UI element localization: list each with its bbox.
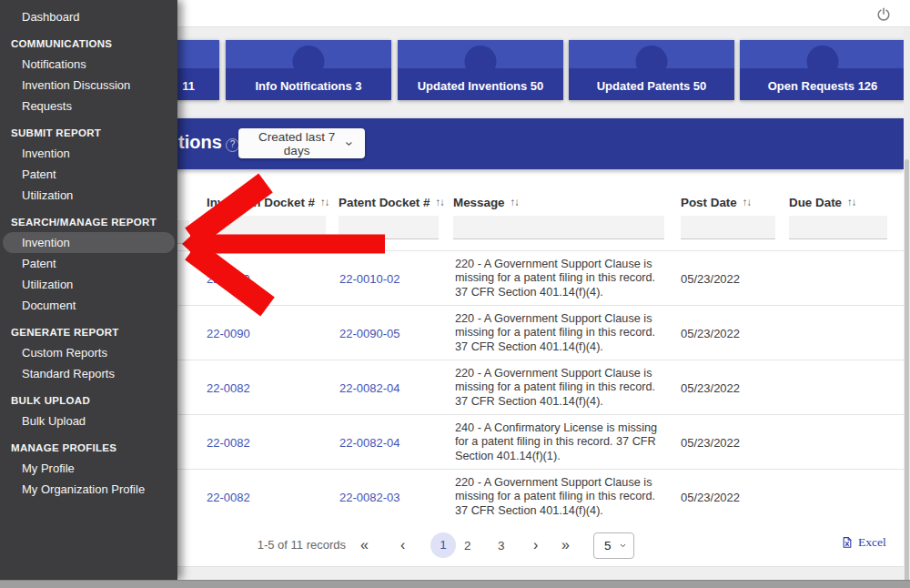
vertical-scrollbar xyxy=(904,27,910,580)
app-root: 11 Info Notifications 3 Updated Inventio… xyxy=(0,0,910,588)
invention-docket-link[interactable]: 22-0090 xyxy=(207,326,250,340)
page-number-button[interactable]: 3 xyxy=(498,538,505,552)
last-page-button[interactable]: » xyxy=(561,537,570,553)
date-range-value: Created last 7 days xyxy=(249,130,344,157)
sidebar-item[interactable]: Invention xyxy=(3,232,175,253)
sidebar-nav: Dashboard COMMUNICATIONS Notifications I… xyxy=(0,0,177,580)
message-text: 220 - A Government Support Clause is mis… xyxy=(455,366,671,409)
column-label: Message xyxy=(453,196,505,209)
date-range-dropdown[interactable]: Created last 7 days xyxy=(238,128,365,158)
table-column: Post Date ↑↓ xyxy=(681,193,775,239)
column-header[interactable]: Post Date ↑↓ xyxy=(681,193,775,211)
page-bottom-strip xyxy=(0,580,910,588)
column-header[interactable]: Due Date ↑↓ xyxy=(789,193,887,211)
sort-icon[interactable]: ↑↓ xyxy=(743,197,752,208)
patent-docket-link[interactable]: 22-0082-04 xyxy=(339,435,400,449)
card-label: Updated Inventions 50 xyxy=(398,79,563,93)
sidebar-item-label: Custom Reports xyxy=(22,346,107,360)
sidebar-item[interactable]: Patent xyxy=(0,164,177,185)
sidebar-item: SEARCH/MANAGE REPORT xyxy=(0,211,177,232)
sidebar-item-label: Invention xyxy=(22,147,70,160)
scrollbar-thumb[interactable] xyxy=(905,159,909,588)
column-filter-input[interactable] xyxy=(681,216,775,239)
summary-card[interactable]: Open Requests 126 xyxy=(740,40,905,100)
card-label: Open Requests 126 xyxy=(740,79,905,93)
card-icon-badge xyxy=(465,46,497,77)
sidebar-item[interactable]: My Profile xyxy=(0,458,177,479)
sidebar-item-label: Requests xyxy=(22,99,72,113)
card-label: Info Notifications 3 xyxy=(226,79,391,93)
sidebar-item[interactable]: My Organization Profile xyxy=(0,479,177,500)
page-size-value: 5 xyxy=(604,539,612,553)
sidebar-item: GENERATE REPORT xyxy=(0,321,177,342)
invention-docket-link[interactable]: 22-0082 xyxy=(207,380,250,394)
sidebar-item-label: Dashboard xyxy=(22,10,80,24)
sidebar-item-label: Bulk Upload xyxy=(22,414,86,428)
table-column: Message ↑↓ xyxy=(453,193,664,239)
invention-docket-link[interactable]: 22-0082 xyxy=(207,435,250,449)
patent-docket-link[interactable]: 22-0082-04 xyxy=(339,380,400,394)
sidebar-item[interactable]: Custom Reports xyxy=(0,342,177,363)
sidebar-item-label: Utilization xyxy=(22,278,73,291)
sidebar-item-label: My Profile xyxy=(22,461,75,475)
patent-docket-link[interactable]: 22-0082-03 xyxy=(339,490,400,503)
post-date: 05/23/2022 xyxy=(681,490,740,503)
excel-export-link[interactable]: Excel xyxy=(841,535,886,550)
card-icon-badge xyxy=(636,46,668,77)
sidebar-item[interactable]: Invention Discussion xyxy=(0,75,177,96)
sidebar-item-label: Patent xyxy=(22,167,56,181)
excel-file-icon xyxy=(841,535,854,550)
column-filter-input[interactable] xyxy=(453,216,664,239)
next-page-button[interactable]: › xyxy=(533,537,538,553)
sidebar-item[interactable]: Patent xyxy=(0,253,177,274)
page-title-clipped: tions xyxy=(178,132,222,153)
message-text: 240 - A Confirmatory License is missing … xyxy=(455,421,671,463)
sidebar-item[interactable]: Invention xyxy=(0,143,177,164)
summary-card[interactable]: Info Notifications 3 xyxy=(226,40,391,100)
table-column: Due Date ↑↓ xyxy=(789,193,887,239)
sort-icon[interactable]: ↑↓ xyxy=(511,197,520,208)
summary-card[interactable]: Updated Patents 50 xyxy=(569,40,734,100)
sidebar-item[interactable]: Utilization xyxy=(0,274,177,295)
column-label: Post Date xyxy=(681,196,737,209)
column-filter-input[interactable] xyxy=(789,216,887,239)
sidebar-item-label: My Organization Profile xyxy=(22,482,145,496)
sidebar-item-label: Invention xyxy=(22,236,70,249)
message-text: 220 - A Government Support Clause is mis… xyxy=(455,311,671,354)
page-number-button[interactable]: 1 xyxy=(430,532,456,558)
page-number-button[interactable]: 2 xyxy=(464,538,471,552)
message-text: 220 - A Government Support Clause is mis… xyxy=(455,475,671,518)
sidebar-item-label: Patent xyxy=(22,257,56,270)
chevron-down-icon xyxy=(344,138,354,149)
invention-docket-link[interactable]: 22-0082 xyxy=(207,490,250,503)
sidebar-item: COMMUNICATIONS xyxy=(0,33,177,54)
sidebar-item-label: MANAGE PROFILES xyxy=(11,442,116,453)
sidebar-item[interactable]: Notifications xyxy=(0,54,177,75)
power-logout-button[interactable] xyxy=(874,5,894,25)
sidebar-item[interactable]: Document xyxy=(0,295,177,316)
post-date: 05/23/2022 xyxy=(681,380,740,394)
sidebar-item: SUBMIT REPORT xyxy=(0,122,177,143)
sidebar-item-label: Utilization xyxy=(22,188,73,202)
page-size-select[interactable]: 5 xyxy=(593,532,634,559)
sidebar-item-label: Document xyxy=(22,299,76,312)
sidebar-item: MANAGE PROFILES xyxy=(0,437,177,458)
sidebar-item[interactable]: Dashboard xyxy=(0,6,177,27)
sort-icon[interactable]: ↑↓ xyxy=(435,197,444,208)
sidebar-item[interactable]: Standard Reports xyxy=(0,363,177,384)
column-header[interactable]: Message ↑↓ xyxy=(453,193,664,211)
sidebar-item: BULK UPLOAD xyxy=(0,390,177,411)
post-date: 05/23/2022 xyxy=(681,435,740,449)
sidebar-item[interactable]: Utilization xyxy=(0,185,177,206)
message-text: 220 - A Government Support Clause is mis… xyxy=(455,257,671,299)
sidebar-item-label: Notifications xyxy=(22,57,86,71)
sort-icon[interactable]: ↑↓ xyxy=(847,197,856,208)
help-icon[interactable]: ? xyxy=(226,138,239,152)
summary-card[interactable]: Updated Inventions 50 xyxy=(398,40,563,100)
sidebar-item[interactable]: Requests xyxy=(0,96,177,117)
sidebar-item[interactable]: Bulk Upload xyxy=(0,411,177,431)
patent-docket-link[interactable]: 22-0090-05 xyxy=(339,326,400,340)
card-icon-badge xyxy=(293,46,325,77)
column-label: Due Date xyxy=(789,196,842,209)
red-arrow-annotation xyxy=(177,164,400,319)
